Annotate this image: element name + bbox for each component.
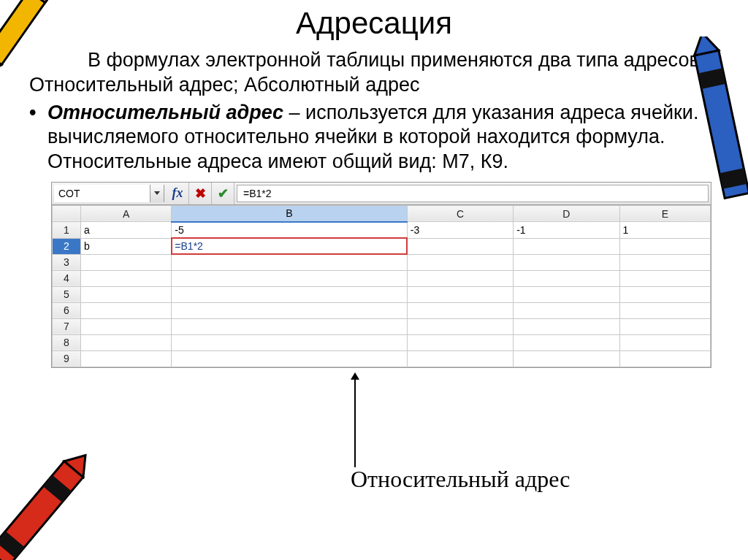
cell-A7[interactable] bbox=[81, 318, 172, 334]
cell-B5[interactable] bbox=[172, 286, 407, 302]
cell-D2[interactable] bbox=[514, 238, 619, 254]
cell-D7[interactable] bbox=[514, 318, 619, 334]
cell-E5[interactable] bbox=[619, 286, 710, 302]
row-header-9[interactable]: 9 bbox=[53, 350, 81, 367]
row-header-8[interactable]: 8 bbox=[53, 334, 81, 350]
cell-A1[interactable]: a bbox=[81, 222, 172, 239]
intro-paragraph: В формулах электронной таблицы применяют… bbox=[29, 48, 719, 98]
callout-arrow bbox=[354, 374, 356, 467]
name-box[interactable]: COT bbox=[54, 185, 164, 202]
cell-B6[interactable] bbox=[172, 302, 407, 318]
check-icon: ✔ bbox=[218, 185, 229, 202]
formula-text: =B1*2 bbox=[243, 188, 272, 199]
cell-A2[interactable]: b bbox=[81, 238, 172, 254]
svg-rect-0 bbox=[0, 0, 47, 65]
name-box-value: COT bbox=[54, 188, 150, 199]
row-header-2[interactable]: 2 bbox=[53, 238, 81, 254]
col-header-A[interactable]: A bbox=[81, 205, 172, 222]
row-header-1[interactable]: 1 bbox=[53, 222, 81, 239]
col-header-B[interactable]: B bbox=[172, 205, 407, 222]
row-header-5[interactable]: 5 bbox=[53, 286, 81, 302]
accept-button[interactable]: ✔ bbox=[212, 183, 234, 204]
cell-C1[interactable]: -3 bbox=[407, 222, 513, 239]
cell-A9[interactable] bbox=[81, 350, 172, 367]
fx-button[interactable]: fx bbox=[167, 183, 189, 204]
cell-D3[interactable] bbox=[514, 254, 619, 270]
bullet-relative-address: Относительный адрес – используется для у… bbox=[29, 101, 719, 174]
cell-C7[interactable] bbox=[407, 318, 513, 334]
row-header-4[interactable]: 4 bbox=[53, 270, 81, 286]
cell-A8[interactable] bbox=[81, 334, 172, 350]
cell-D5[interactable] bbox=[514, 286, 619, 302]
cell-A6[interactable] bbox=[81, 302, 172, 318]
row-header-7[interactable]: 7 bbox=[53, 318, 81, 334]
cell-D6[interactable] bbox=[514, 302, 619, 318]
cell-B8[interactable] bbox=[172, 334, 407, 350]
cell-E8[interactable] bbox=[619, 334, 710, 350]
name-box-dropdown-icon[interactable] bbox=[150, 185, 164, 202]
cancel-button[interactable]: ✖ bbox=[189, 183, 212, 204]
cell-D1[interactable]: -1 bbox=[514, 222, 619, 239]
cell-C2[interactable] bbox=[407, 238, 513, 254]
cell-C6[interactable] bbox=[407, 302, 513, 318]
cell-D8[interactable] bbox=[514, 334, 619, 350]
cell-E6[interactable] bbox=[619, 302, 710, 318]
crayon-pencil-icon bbox=[0, 0, 73, 91]
cell-B1[interactable]: -5 bbox=[172, 222, 407, 239]
page-title: Адресация bbox=[29, 6, 719, 41]
row-header-3[interactable]: 3 bbox=[53, 254, 81, 270]
cell-B9[interactable] bbox=[172, 350, 407, 367]
callout-label: Относительный адрес bbox=[351, 466, 570, 493]
cell-D4[interactable] bbox=[514, 270, 619, 286]
cell-C5[interactable] bbox=[407, 286, 513, 302]
spreadsheet: COT fx ✖ ✔ =B1*2 ABCDE 1a-5-3-112b=B1*23… bbox=[51, 182, 711, 368]
cell-B4[interactable] bbox=[172, 270, 407, 286]
grid[interactable]: ABCDE 1a-5-3-112b=B1*23456789 bbox=[52, 205, 711, 367]
cell-C3[interactable] bbox=[407, 254, 513, 270]
cell-A3[interactable] bbox=[81, 254, 172, 270]
crayon-red-icon bbox=[0, 447, 99, 560]
cell-A5[interactable] bbox=[81, 286, 172, 302]
cell-C8[interactable] bbox=[407, 334, 513, 350]
cell-B2[interactable]: =B1*2 bbox=[172, 238, 407, 254]
bullet-lead: Относительный адрес bbox=[47, 101, 283, 123]
cell-B3[interactable] bbox=[172, 254, 407, 270]
cell-C4[interactable] bbox=[407, 270, 513, 286]
cell-D9[interactable] bbox=[514, 350, 619, 367]
formula-bar: COT fx ✖ ✔ =B1*2 bbox=[52, 183, 711, 205]
cell-E4[interactable] bbox=[619, 270, 710, 286]
col-header-D[interactable]: D bbox=[514, 205, 619, 222]
corner-cell[interactable] bbox=[53, 205, 81, 222]
row-header-6[interactable]: 6 bbox=[53, 302, 81, 318]
cell-E9[interactable] bbox=[619, 350, 710, 367]
cell-C9[interactable] bbox=[407, 350, 513, 367]
cancel-icon: ✖ bbox=[195, 185, 206, 202]
cell-E3[interactable] bbox=[619, 254, 710, 270]
col-header-C[interactable]: C bbox=[407, 205, 513, 222]
formula-input[interactable]: =B1*2 bbox=[237, 185, 709, 202]
cell-B7[interactable] bbox=[172, 318, 407, 334]
cell-E2[interactable] bbox=[619, 238, 710, 254]
cell-E7[interactable] bbox=[619, 318, 710, 334]
crayon-blue-icon bbox=[686, 37, 748, 226]
fx-icon: fx bbox=[172, 185, 183, 201]
cell-A4[interactable] bbox=[81, 270, 172, 286]
